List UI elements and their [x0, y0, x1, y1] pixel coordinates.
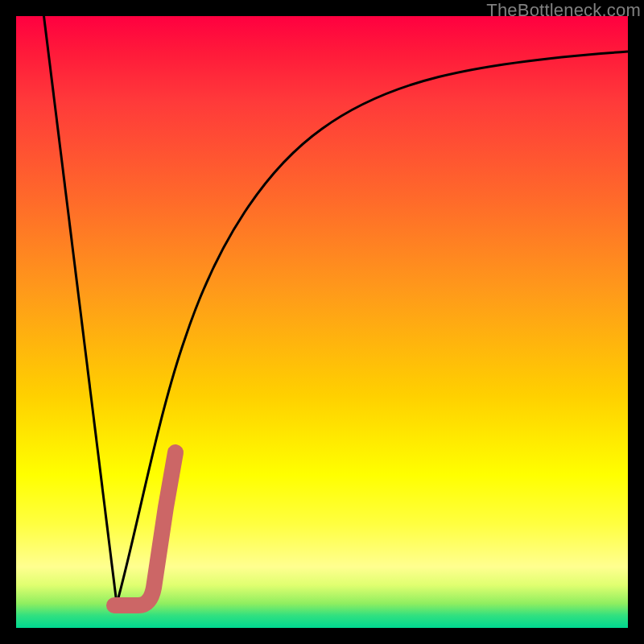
attribution-label: TheBottleneck.com — [486, 0, 641, 21]
chart-frame: TheBottleneck.com — [0, 0, 644, 644]
left-slope-line — [43, 13, 117, 604]
plot-area — [16, 16, 628, 628]
chart-svg — [16, 16, 628, 628]
right-curve-line — [117, 52, 628, 604]
